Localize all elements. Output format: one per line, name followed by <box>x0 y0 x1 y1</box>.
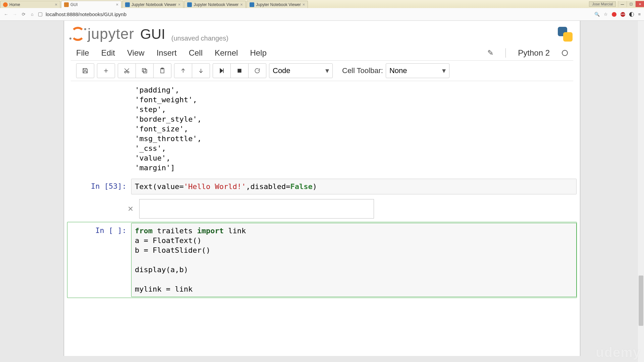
menu-file[interactable]: File <box>76 48 89 58</box>
cell-toolbar-select[interactable]: None <box>386 63 449 78</box>
svg-rect-2 <box>144 70 147 73</box>
jupyter-wordmark: jupyter <box>88 25 134 42</box>
maximize-icon[interactable]: ☐ <box>627 1 635 7</box>
copy-icon <box>141 67 148 74</box>
run-button[interactable] <box>213 63 231 78</box>
browser-tab-nbviewer[interactable]: Jupyter Notebook Viewer × <box>122 1 183 8</box>
abp-icon[interactable]: ABP <box>621 12 625 17</box>
copy-button[interactable] <box>136 63 154 78</box>
text-widget-input[interactable] <box>139 199 374 219</box>
user-chip[interactable]: Jose Marcial <box>589 1 616 7</box>
tab-label: GUI <box>70 2 77 7</box>
edit-mode-icon: ✎ <box>487 49 493 57</box>
move-down-button[interactable] <box>192 63 210 78</box>
interrupt-button[interactable] <box>230 63 249 78</box>
code-input[interactable]: Text(value='Hello World!',disabled=False… <box>131 179 577 194</box>
code-input[interactable]: from trailets import link a = FloatText(… <box>131 223 577 297</box>
cell-toolbar-label: Cell Toolbar: <box>342 66 383 75</box>
tab-strip: Home × GUI × Jupyter Notebook Viewer × J… <box>0 0 309 8</box>
nbviewer-favicon <box>125 2 130 7</box>
scissors-icon <box>123 67 130 74</box>
save-button[interactable] <box>76 63 94 78</box>
scrollbar[interactable] <box>638 21 644 362</box>
input-prompt: In [ ]: <box>67 223 131 297</box>
divider <box>505 48 506 58</box>
reload-icon[interactable]: ⟳ <box>21 12 26 17</box>
menu-icon[interactable]: ≡ <box>638 12 641 17</box>
back-icon[interactable]: ← <box>3 12 9 17</box>
clipboard-icon <box>159 67 166 74</box>
cut-button[interactable] <box>118 63 136 78</box>
browser-titlebar: Home × GUI × Jupyter Notebook Viewer × J… <box>0 0 644 8</box>
site-info-icon[interactable] <box>38 12 42 16</box>
restart-icon <box>254 67 261 74</box>
menu-help[interactable]: Help <box>250 48 266 58</box>
notebook-name[interactable]: GUI <box>140 26 165 42</box>
record-icon[interactable] <box>612 12 616 17</box>
scrollbar-thumb[interactable] <box>639 276 643 326</box>
watermark: udemy <box>596 345 641 360</box>
arrow-down-icon <box>198 67 204 74</box>
url-bar: ← → ⟳ ⌂ localhost:8888/notebooks/GUI.ipy… <box>0 8 644 21</box>
close-icon[interactable]: ✕ <box>635 1 644 7</box>
save-status: (unsaved changes) <box>171 35 228 42</box>
tab-label: Jupyter Notebook Viewer <box>131 2 176 7</box>
code-cell[interactable]: In [53]: Text(value='Hello World!',disab… <box>67 179 577 194</box>
url-text[interactable]: localhost:8888/notebooks/GUI.ipynb <box>46 11 591 17</box>
code-cell-selected[interactable]: In [ ]: from trailets import link a = Fl… <box>67 222 577 298</box>
step-icon <box>218 67 225 74</box>
menu-cell[interactable]: Cell <box>189 48 203 58</box>
cell-type-select[interactable]: Code <box>269 63 333 78</box>
browser-tab-nbviewer[interactable]: Jupyter Notebook Viewer × <box>247 1 308 8</box>
home-icon[interactable]: ⌂ <box>30 12 35 17</box>
widget-output: × <box>128 199 577 219</box>
svg-rect-3 <box>142 68 146 72</box>
close-icon[interactable]: × <box>303 2 305 7</box>
tab-label: Home <box>9 2 20 7</box>
stop-icon <box>236 67 243 74</box>
menu-bar: File Edit View Insert Cell Kernel Help ✎… <box>71 46 573 61</box>
browser-tab-nbviewer[interactable]: Jupyter Notebook Viewer × <box>184 1 246 8</box>
bookmark-icon[interactable]: ☆ <box>604 12 608 17</box>
window-controls: — ☐ ✕ <box>618 1 644 7</box>
restart-button[interactable] <box>248 63 266 78</box>
plus-icon <box>103 67 109 74</box>
minimize-icon[interactable]: — <box>618 1 627 7</box>
svg-rect-6 <box>238 69 241 72</box>
cell-output: 'padding', 'font_weight', 'step', 'borde… <box>67 84 577 176</box>
close-icon[interactable]: × <box>240 2 243 7</box>
close-icon[interactable]: × <box>116 2 118 7</box>
kernel-idle-icon <box>562 50 568 56</box>
notebook-favicon <box>64 2 69 7</box>
kernel-name[interactable]: Python 2 <box>518 48 550 58</box>
toolbar: Code Cell Toolbar: None <box>71 61 573 81</box>
tab-label: Jupyter Notebook Viewer <box>256 2 301 7</box>
browser-tab-gui[interactable]: GUI × <box>61 1 121 8</box>
notebook-container: jupyter GUI (unsaved changes) File Edit … <box>64 21 580 356</box>
forward-icon[interactable]: → <box>12 12 17 17</box>
widget-close-icon[interactable]: × <box>128 203 133 214</box>
contrast-icon[interactable] <box>629 12 634 17</box>
jupyter-favicon <box>3 2 8 7</box>
cell-type-value: Code <box>273 66 290 75</box>
menu-insert[interactable]: Insert <box>157 48 177 58</box>
notebook-header: jupyter GUI (unsaved changes) File Edit … <box>64 21 580 82</box>
tab-label: Jupyter Notebook Viewer <box>194 2 238 7</box>
jupyter-logo-icon <box>71 27 85 41</box>
input-prompt: In [53]: <box>67 179 131 194</box>
move-up-button[interactable] <box>174 63 192 78</box>
menu-view[interactable]: View <box>127 48 145 58</box>
close-icon[interactable]: × <box>55 2 57 7</box>
menu-kernel[interactable]: Kernel <box>215 48 238 58</box>
add-cell-button[interactable] <box>97 63 115 78</box>
cell-toolbar-value: None <box>389 66 407 75</box>
zoom-icon[interactable]: 🔍 <box>594 12 600 17</box>
menu-edit[interactable]: Edit <box>101 48 115 58</box>
close-icon[interactable]: × <box>178 2 181 7</box>
nbviewer-favicon <box>250 2 254 7</box>
paste-button[interactable] <box>153 63 171 78</box>
python-logo-icon <box>557 26 573 42</box>
browser-tab-home[interactable]: Home × <box>0 1 60 8</box>
jupyter-logo[interactable]: jupyter <box>71 25 134 42</box>
save-icon <box>82 67 89 74</box>
